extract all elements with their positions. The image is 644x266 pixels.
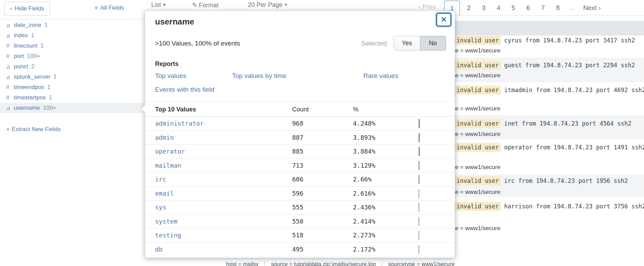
sidebar-field-timestartpos[interactable]: #timestartpos1 bbox=[0, 92, 146, 103]
search-term-highlight[interactable]: invalid user bbox=[454, 86, 501, 95]
all-fields-button[interactable]: ≡ All Fields bbox=[95, 4, 124, 11]
value-count: 518 bbox=[292, 228, 304, 243]
fields-sidebar: ‹ Hide Fields ≡ All Fields adate_zone1ai… bbox=[0, 0, 146, 266]
sidebar-field-linecount[interactable]: #linecount1 bbox=[0, 41, 146, 51]
pagination-page-7[interactable]: 7 bbox=[536, 4, 550, 12]
event-sourcetype-field[interactable]: e = www1/secure bbox=[455, 72, 500, 79]
field-name: port bbox=[14, 53, 24, 60]
selected-no-button[interactable]: No bbox=[420, 36, 446, 50]
event-raw-text: invalid user inet from 194.8.74.23 port … bbox=[454, 120, 632, 127]
sidebar-field-index[interactable]: aindex1 bbox=[0, 30, 146, 41]
splunk-search-screen: List▼ ✎ Format 20 Per Page▼ ‹ Prev 1 234… bbox=[0, 0, 644, 266]
pagination-page-3[interactable]: 3 bbox=[476, 4, 491, 12]
event-sourcetype-field[interactable]: e = www1/secure bbox=[455, 225, 500, 232]
percent-bar bbox=[419, 203, 419, 212]
pagination-page-4[interactable]: 4 bbox=[491, 4, 506, 12]
event-raw-text: invalid user cyrus from 194.8.74.23 port… bbox=[454, 37, 635, 44]
sidebar-field-username[interactable]: ausername100+ bbox=[0, 103, 146, 113]
string-field-icon: a bbox=[6, 22, 14, 29]
top-values-link[interactable]: Top values bbox=[155, 72, 186, 80]
value-count: 555 bbox=[292, 200, 304, 215]
extract-new-fields-link[interactable]: +Extract New Fields bbox=[6, 126, 61, 133]
event-sourcetype-field[interactable]: e = www1/secure bbox=[455, 47, 500, 54]
selected-yes-button[interactable]: Yes bbox=[394, 36, 420, 50]
event-sourcetype-field[interactable]: e = www1/secure bbox=[455, 189, 500, 196]
string-field-icon: a bbox=[6, 63, 14, 70]
string-field-icon: a bbox=[6, 32, 14, 39]
sidebar-field-port[interactable]: #port100+ bbox=[0, 51, 146, 61]
reports-heading: Reports bbox=[155, 60, 179, 68]
list-icon: ≡ bbox=[95, 5, 98, 11]
string-field-icon: a bbox=[6, 105, 14, 111]
field-count: 1 bbox=[47, 84, 50, 91]
event-raw-text: invalid user irc from 194.8.74.23 port 1… bbox=[454, 177, 628, 184]
percent-bar bbox=[419, 119, 420, 128]
event-text: irc from 194.8.74.23 port 1956 ssh2 bbox=[501, 177, 628, 184]
value-link[interactable]: sys bbox=[155, 200, 166, 215]
events-with-this-field-link[interactable]: Events with this field bbox=[155, 86, 214, 93]
event-raw-text: invalid user operator from 194.8.74.23 p… bbox=[454, 144, 644, 151]
value-count: 606 bbox=[292, 173, 304, 187]
value-link[interactable]: testing bbox=[155, 228, 181, 243]
pagination-page-8[interactable]: 8 bbox=[550, 4, 565, 12]
sidebar-field-timeendpos[interactable]: #timeendpos1 bbox=[0, 82, 146, 92]
search-term-highlight[interactable]: invalid user bbox=[454, 202, 501, 211]
pagination-page-5[interactable]: 5 bbox=[506, 4, 521, 12]
value-percent: 3.893% bbox=[353, 131, 375, 145]
percent-bar bbox=[419, 161, 420, 170]
value-link[interactable]: db bbox=[155, 243, 163, 257]
top-values-table-header: Top 10 Values Count % bbox=[145, 101, 455, 117]
top-value-row: administrator9684.248% bbox=[145, 117, 455, 131]
caret-down-icon: ▼ bbox=[284, 2, 288, 7]
event-sourcetype-field[interactable]: e = www1/secure bbox=[455, 105, 500, 112]
chevron-left-icon: ‹ bbox=[10, 5, 12, 12]
pencil-icon: ✎ bbox=[192, 2, 199, 9]
pagination-next[interactable]: Next › bbox=[583, 4, 601, 12]
value-percent: 3.129% bbox=[353, 159, 375, 173]
list-view-dropdown[interactable]: List▼ bbox=[151, 1, 166, 9]
format-button[interactable]: ✎ Format bbox=[192, 1, 219, 9]
percent-bar bbox=[419, 231, 419, 240]
pagination-page-6[interactable]: 6 bbox=[521, 4, 536, 12]
value-link[interactable]: admin bbox=[155, 131, 174, 145]
event-raw-text: invalid user itmadmin from 194.8.74.23 p… bbox=[454, 87, 644, 93]
top-value-row: email5962.616% bbox=[145, 187, 455, 201]
sidebar-field-splunk_server[interactable]: asplunk_server1 bbox=[0, 72, 146, 82]
top-values-by-time-link[interactable]: Top values by time bbox=[232, 72, 286, 80]
value-link[interactable]: system bbox=[155, 215, 177, 229]
field-name: date_zone bbox=[14, 22, 41, 29]
value-link[interactable]: operator bbox=[155, 145, 185, 159]
pagination-prev[interactable]: ‹ Prev bbox=[419, 3, 436, 11]
event-sourcetype-field[interactable]: e = www1/secure bbox=[455, 131, 500, 138]
numeric-field-icon: # bbox=[6, 42, 14, 49]
sidebar-field-date_zone[interactable]: adate_zone1 bbox=[0, 20, 146, 30]
value-count: 887 bbox=[292, 131, 304, 145]
event-sourcetype-field[interactable]: e = www1/secure bbox=[455, 164, 500, 171]
event-text: cyrus from 194.8.74.23 port 3417 ssh2 bbox=[501, 37, 635, 44]
search-term-highlight[interactable]: invalid user bbox=[454, 176, 501, 185]
hide-fields-button[interactable]: ‹ Hide Fields bbox=[4, 2, 50, 16]
event-field-value[interactable]: sourcetype = www1/secure bbox=[388, 261, 455, 266]
value-count: 968 bbox=[292, 117, 304, 131]
top-value-row: admin8873.893% bbox=[145, 131, 455, 145]
top-values-table: administrator9684.248%admin8873.893%oper… bbox=[145, 117, 455, 256]
value-link[interactable]: email bbox=[155, 187, 174, 201]
value-percent: 4.248% bbox=[353, 117, 375, 131]
value-link[interactable]: mailman bbox=[155, 159, 181, 173]
pagination-page-2[interactable]: 2 bbox=[461, 4, 476, 12]
per-page-dropdown[interactable]: 20 Per Page▼ bbox=[248, 1, 288, 9]
selected-label: Selected bbox=[361, 40, 387, 47]
search-term-highlight[interactable]: invalid user bbox=[454, 61, 501, 70]
close-icon: ✕ bbox=[441, 16, 447, 24]
sidebar-field-punct[interactable]: apunct2 bbox=[0, 61, 146, 72]
value-link[interactable]: irc bbox=[155, 173, 166, 187]
search-term-highlight[interactable]: invalid user bbox=[454, 143, 501, 152]
field-count: 2 bbox=[31, 63, 35, 70]
value-link[interactable]: administrator bbox=[155, 117, 204, 131]
event-field-value[interactable]: source = tutorialdata.zip:\mailsv/secure… bbox=[271, 261, 376, 266]
close-button[interactable]: ✕ bbox=[436, 13, 451, 27]
search-term-highlight[interactable]: invalid user bbox=[454, 36, 501, 45]
event-field-value[interactable]: host = mailsv bbox=[226, 261, 259, 266]
search-term-highlight[interactable]: invalid user bbox=[454, 119, 501, 128]
rare-values-link[interactable]: Rare values bbox=[363, 72, 398, 80]
